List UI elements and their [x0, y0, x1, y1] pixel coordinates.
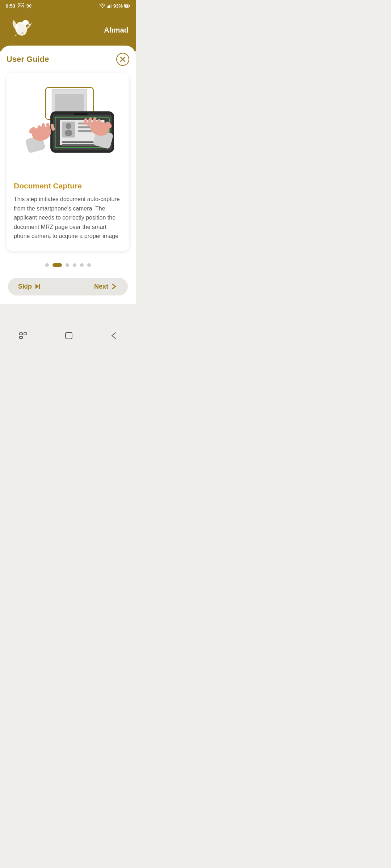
svg-point-25 [24, 35, 25, 36]
main-content-card: User Guide [0, 46, 136, 304]
chevron-right-icon [110, 283, 118, 290]
svg-point-22 [22, 20, 29, 25]
username-display: Ahmad [104, 26, 129, 34]
svg-rect-68 [20, 336, 22, 339]
home-button[interactable] [65, 332, 73, 340]
slide-description: This step initiates document auto-captur… [14, 195, 122, 241]
spacer [0, 304, 136, 326]
svg-point-24 [23, 33, 24, 34]
svg-point-28 [20, 34, 21, 35]
slide-card: Document Capture This step initiates doc… [7, 73, 129, 251]
svg-point-43 [65, 130, 72, 136]
svg-rect-16 [129, 5, 130, 7]
skip-label: Skip [18, 283, 32, 290]
svg-line-7 [27, 4, 28, 4]
next-button[interactable]: Next [94, 283, 118, 290]
app-logo [7, 15, 36, 41]
skip-icon [34, 283, 41, 290]
dot-5 [80, 263, 84, 267]
svg-line-9 [30, 4, 31, 4]
svg-rect-49 [73, 113, 88, 115]
bottom-nav-bar [0, 326, 136, 344]
close-button[interactable] [116, 53, 129, 66]
status-bar: 9:53 [0, 0, 136, 11]
svg-line-10 [27, 7, 28, 8]
time-display: 9:53 [6, 3, 15, 9]
status-time-area: 9:53 [6, 3, 32, 9]
svg-rect-66 [20, 333, 22, 335]
slide-title: Document Capture [14, 182, 122, 190]
svg-point-23 [22, 32, 23, 33]
battery-percentage: 93% [113, 3, 123, 9]
dot-6 [87, 263, 91, 267]
dot-3 [66, 263, 69, 267]
svg-rect-67 [24, 333, 27, 335]
card-header-row: User Guide [7, 53, 129, 66]
slide-illustration [14, 80, 122, 174]
svg-rect-13 [109, 5, 110, 8]
svg-rect-69 [66, 332, 72, 339]
svg-rect-11 [107, 7, 108, 8]
svg-rect-14 [110, 4, 112, 8]
svg-line-8 [30, 7, 31, 8]
svg-marker-64 [35, 284, 39, 289]
status-indicators: 93% [100, 3, 130, 9]
slide-dots [7, 260, 129, 271]
navigation-bar: Skip Next [8, 278, 128, 295]
back-button[interactable] [110, 332, 117, 339]
dot-4 [73, 263, 76, 267]
recent-apps-button[interactable] [19, 332, 28, 339]
svg-point-2 [28, 5, 30, 7]
dot-1 [45, 263, 49, 267]
battery-icon [124, 4, 130, 8]
wifi-icon [100, 4, 105, 8]
gallery-icon [18, 3, 24, 8]
svg-rect-65 [39, 284, 40, 289]
brightness-icon [26, 3, 32, 9]
next-label: Next [94, 283, 108, 290]
svg-rect-12 [108, 6, 109, 8]
svg-point-26 [26, 36, 26, 37]
signal-icon [107, 4, 112, 8]
skip-button[interactable]: Skip [18, 283, 41, 290]
svg-point-27 [21, 33, 22, 34]
dot-2-active [52, 263, 62, 267]
card-title: User Guide [7, 55, 49, 64]
svg-point-42 [66, 123, 71, 129]
